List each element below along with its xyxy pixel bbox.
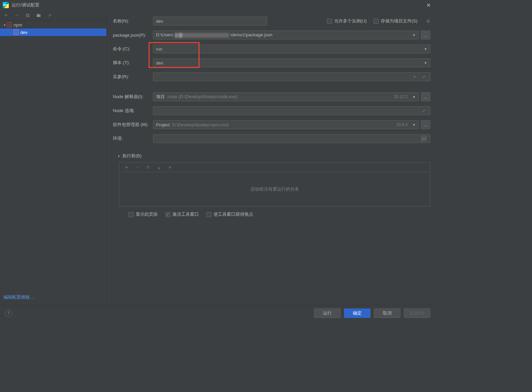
store-as-project-checkbox[interactable]: 存储为项目文件(S) (374, 18, 417, 24)
sidebar: ＋ － ⧉ 🖿 ↓ª ▾ n npm n dev 编辑配置模板… (0, 10, 107, 305)
config-tree: ▾ n npm n dev (0, 20, 106, 291)
titlebar: WS 运行/调试配置 ✕ (0, 0, 435, 10)
edit-task-icon[interactable]: ✎ (145, 164, 151, 171)
app-icon: WS (3, 2, 9, 8)
browse-pkg-manager-button[interactable]: … (421, 120, 430, 129)
env-label: 环境: (113, 136, 153, 142)
chevron-down-icon: ▼ (412, 123, 416, 127)
browse-package-json-button[interactable]: … (421, 31, 430, 39)
ok-button[interactable]: 确定 (344, 308, 371, 318)
env-input[interactable] (153, 134, 430, 143)
edit-templates-link[interactable]: 编辑配置模板… (3, 295, 34, 300)
expand-icon[interactable]: ⤢ (420, 75, 427, 79)
help-button[interactable]: ? (5, 309, 12, 317)
run-button[interactable]: 运行 (314, 308, 341, 318)
args-label: 实参(R): (113, 74, 153, 80)
command-select[interactable]: run ▼ (153, 44, 430, 53)
command-label: 命令:(C): (113, 46, 153, 52)
npm-icon: n (7, 22, 12, 27)
focus-tool-window-checkbox[interactable]: 使工具窗口获得焦点 (206, 211, 253, 217)
list-icon[interactable] (421, 136, 427, 141)
remove-task-icon[interactable]: － (134, 164, 140, 171)
tree-label: dev (20, 30, 28, 35)
add-config-icon[interactable]: ＋ (3, 12, 9, 18)
chevron-down-icon: ▼ (424, 61, 427, 65)
pkg-manager-select[interactable]: Project D:\Develop\Nodejs\npm.cmd 10.5.0… (153, 120, 419, 129)
sidebar-toolbar: ＋ － ⧉ 🖿 ↓ª (0, 10, 106, 20)
allow-multiple-checkbox[interactable]: 允许多个实例(U) (327, 18, 367, 24)
chevron-down-icon: ▾ (116, 154, 121, 158)
window-title: 运行/调试配置 (12, 2, 424, 8)
save-config-icon[interactable]: 🖿 (35, 12, 41, 18)
chevron-down-icon: ▼ (412, 95, 416, 99)
tree-node-dev[interactable]: n dev (0, 29, 106, 36)
expand-icon[interactable]: ⤢ (420, 109, 427, 113)
node-interpreter-select[interactable]: 项目 node (D:\Develop\Nodejs\node.exe) 20.… (153, 92, 419, 101)
chevron-down-icon: ▼ (424, 47, 427, 51)
close-button[interactable]: ✕ (424, 2, 432, 8)
add-icon[interactable]: ＋ (412, 74, 417, 80)
before-launch-toolbar: ＋ － ✎ ▴ ▾ (119, 163, 430, 172)
name-label: 名称(N): (113, 18, 153, 24)
move-up-icon[interactable]: ▴ (156, 164, 162, 171)
show-page-checkbox[interactable]: 显示此页面 (128, 211, 158, 217)
node-options-label: Node 选项: (113, 108, 153, 114)
name-input[interactable]: dev (153, 17, 267, 25)
apply-button[interactable]: 应用(A) (404, 308, 430, 318)
pkg-manager-label: 软件包管理器 (M): (113, 122, 153, 128)
tree-node-npm[interactable]: ▾ n npm (0, 21, 106, 29)
package-json-label: package.json(P): (113, 33, 153, 38)
cancel-button[interactable]: 取消 (374, 308, 400, 318)
move-down-icon[interactable]: ▾ (167, 164, 173, 171)
package-json-select[interactable]: D:\Users\demo1\package.json ▼ (153, 31, 419, 39)
before-launch-panel: ＋ － ✎ ▴ ▾ 启动前没有要运行的任务 (119, 162, 430, 207)
node-interpreter-label: Node 解释器(I): (113, 94, 153, 100)
gear-icon[interactable]: ⚙ (426, 19, 430, 24)
npm-icon: n (14, 30, 18, 35)
add-task-icon[interactable]: ＋ (123, 164, 130, 171)
node-options-input[interactable]: ⤢ (153, 106, 430, 115)
browse-node-button[interactable]: … (421, 92, 430, 101)
args-input[interactable]: ＋ ⤢ (153, 72, 430, 81)
redacted-path (175, 33, 229, 38)
copy-config-icon[interactable]: ⧉ (24, 12, 31, 18)
chevron-down-icon: ▼ (412, 33, 416, 37)
form-area: 名称(N): dev 允许多个实例(U) 存储为项目文件(S) ⚙ packag… (107, 10, 435, 305)
before-launch-header[interactable]: ▾ 执行前(B) (116, 153, 430, 159)
script-label: 脚本 (T): (113, 60, 153, 66)
sort-config-icon[interactable]: ↓ª (46, 12, 52, 18)
remove-config-icon[interactable]: － (14, 12, 20, 18)
script-select[interactable]: dev ▼ (153, 58, 430, 67)
activate-tool-window-checkbox[interactable]: 激活工具窗口 (165, 211, 199, 217)
before-launch-empty: 启动前没有要运行的任务 (119, 172, 430, 206)
chevron-down-icon: ▾ (2, 23, 7, 27)
tree-label: npm (14, 22, 22, 28)
dialog-footer: ? 运行 确定 取消 应用(A) (0, 305, 435, 321)
